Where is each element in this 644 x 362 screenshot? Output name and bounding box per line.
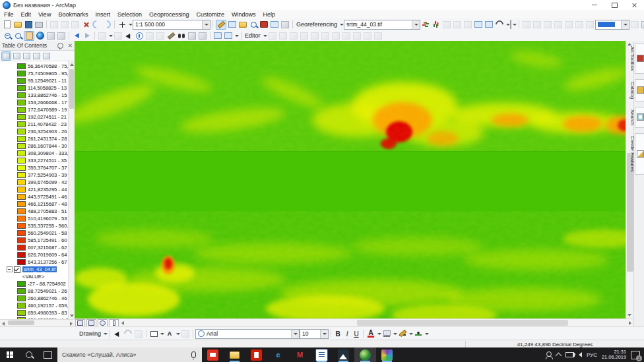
menu-item[interactable]: Selection xyxy=(117,11,142,18)
taskbar-app-button[interactable] xyxy=(311,347,333,362)
select-elements-button[interactable] xyxy=(113,330,122,338)
font-combo[interactable]: Arial xyxy=(195,329,300,339)
map-scroll-right-icon[interactable] xyxy=(629,321,631,325)
image-viewer-button[interactable] xyxy=(484,20,494,29)
legend-item[interactable]: 333,2274511 - 35 xyxy=(0,157,69,164)
reshape-feature-tool[interactable] xyxy=(342,32,351,40)
text-dropdown-icon[interactable] xyxy=(176,333,180,335)
measure-tool[interactable] xyxy=(166,32,176,40)
font-color-dropdown-icon[interactable] xyxy=(377,333,381,335)
size-dropdown-icon[interactable] xyxy=(320,330,328,338)
menu-item[interactable]: File xyxy=(4,11,14,18)
print-button[interactable] xyxy=(34,20,44,29)
callout-tool-button[interactable] xyxy=(181,330,190,338)
taskbar-app-button[interactable]: M xyxy=(289,347,311,362)
create-viewer-window-button[interactable] xyxy=(224,32,233,40)
new-document-button[interactable] xyxy=(3,20,12,29)
fill-color-dropdown-icon[interactable] xyxy=(393,333,397,335)
back-extent-button[interactable] xyxy=(72,32,81,40)
legend-item[interactable]: 535,337255 - 560, xyxy=(0,222,69,229)
alisa-search-box[interactable]: Скажите «Слушай, Алиса» xyxy=(57,347,202,362)
layer-row[interactable]: srtm_43_04.tif xyxy=(0,266,69,273)
volume-icon[interactable] xyxy=(579,352,582,357)
hyperlink-tool[interactable] xyxy=(145,32,154,40)
fixed-zoom-in-button[interactable] xyxy=(46,32,55,40)
taskbar-app-button[interactable] xyxy=(333,347,354,362)
legend-item[interactable]: 626,7019609 - 64 xyxy=(0,251,69,258)
line-color-button[interactable] xyxy=(398,330,407,338)
taskbar-app-button[interactable] xyxy=(224,347,245,362)
add-data-button[interactable] xyxy=(117,20,127,29)
clock[interactable]: 21:31 21.06.2019 xyxy=(602,349,626,360)
list-by-visibility-button[interactable] xyxy=(22,52,31,60)
legend-item[interactable]: 172,6470589 - 19 xyxy=(0,106,69,113)
map-scroll-down-icon[interactable] xyxy=(628,314,631,317)
identify-tool[interactable] xyxy=(135,32,144,40)
viewshed-button[interactable] xyxy=(641,20,644,29)
hidden-icons-chevron[interactable] xyxy=(556,353,562,359)
line-color-dropdown-icon[interactable] xyxy=(409,333,413,335)
scale-dropdown-icon[interactable] xyxy=(202,20,210,29)
action-center-icon[interactable]: 2 xyxy=(631,351,640,359)
taskbar-app-button[interactable] xyxy=(202,347,224,362)
menu-item[interactable]: Help xyxy=(263,11,276,18)
taskbar-app-button[interactable]: e xyxy=(267,347,289,362)
menu-item[interactable]: Insert xyxy=(95,11,110,18)
edit-tool[interactable] xyxy=(268,32,277,40)
map-scroll-up-icon[interactable] xyxy=(628,43,631,45)
legend-item[interactable]: 510,4196079 - 53 xyxy=(0,215,69,222)
effects-transparency-button[interactable] xyxy=(543,20,552,29)
shape-tool-button[interactable] xyxy=(149,330,158,338)
catalog-window-button[interactable] xyxy=(238,20,247,29)
legend-item[interactable]: 236,3254903 - 26 xyxy=(0,128,69,135)
underline-button[interactable]: U xyxy=(352,329,361,338)
rotate-raster-button[interactable] xyxy=(495,20,504,29)
fill-color-button[interactable] xyxy=(382,330,391,338)
taskbar-app-button[interactable] xyxy=(354,347,376,362)
shape-dropdown-icon[interactable] xyxy=(160,333,164,335)
list-by-source-button[interactable] xyxy=(13,52,21,60)
legend-item[interactable]: 260,8862746 - 46 xyxy=(0,295,69,302)
drawing-dropdown-icon[interactable] xyxy=(104,333,108,335)
font-dropdown-icon[interactable] xyxy=(291,330,299,338)
split-tool[interactable] xyxy=(363,32,372,40)
legend-item[interactable]: 355,3764707 - 37 xyxy=(0,164,69,171)
end-point-arc-tool[interactable] xyxy=(300,32,309,40)
legend-item[interactable]: 211,4078432 - 23 xyxy=(0,121,69,128)
select-elements-tool[interactable] xyxy=(124,32,133,40)
zoom-out-tool[interactable] xyxy=(13,32,22,40)
drawing-menu[interactable]: Drawing xyxy=(78,330,102,337)
scroll-up-icon[interactable] xyxy=(70,63,74,66)
start-button[interactable] xyxy=(0,347,19,362)
editor-toolbar-toggle[interactable] xyxy=(216,20,226,30)
save-button[interactable] xyxy=(24,20,33,29)
marker-color-dropdown-icon[interactable] xyxy=(425,333,429,335)
tools-overflow-icon[interactable] xyxy=(235,35,239,37)
add-control-points-button[interactable] xyxy=(421,20,430,29)
fixed-zoom-out-button[interactable] xyxy=(57,32,66,40)
menu-item[interactable]: View xyxy=(38,11,51,18)
legend-item[interactable]: 421,8235295 - 44 xyxy=(0,186,69,193)
legend-item[interactable]: 377,5254903 - 39 xyxy=(0,171,69,179)
full-extent-button[interactable] xyxy=(36,32,45,40)
effects-layer-combo[interactable] xyxy=(595,20,629,30)
select-features-dropdown-icon[interactable] xyxy=(109,35,113,37)
map-hscrollbar-thumb[interactable] xyxy=(357,320,568,326)
open-button[interactable] xyxy=(13,20,22,29)
scroll-down-icon[interactable] xyxy=(70,315,74,317)
effects-blend-button[interactable] xyxy=(585,20,595,29)
trace-tool[interactable] xyxy=(310,32,319,40)
legend-item[interactable]: 75,74509805 - 95, xyxy=(0,70,69,77)
redo-button[interactable] xyxy=(102,20,112,29)
straight-segment-tool[interactable] xyxy=(289,32,298,40)
effects-brightness-button[interactable] xyxy=(532,20,542,29)
close-button[interactable] xyxy=(624,1,644,10)
toc-scrollbar-thumb[interactable] xyxy=(69,69,74,109)
legend-item[interactable]: 308,309804 - 333, xyxy=(0,150,69,157)
html-popup-tool[interactable] xyxy=(156,32,165,40)
map-view[interactable] xyxy=(75,41,626,318)
delete-link-button[interactable] xyxy=(453,20,462,29)
copy-button[interactable] xyxy=(60,20,69,29)
legend-item[interactable]: 192,0274511 - 21 xyxy=(0,113,69,121)
font-color-button[interactable]: A xyxy=(366,330,375,338)
